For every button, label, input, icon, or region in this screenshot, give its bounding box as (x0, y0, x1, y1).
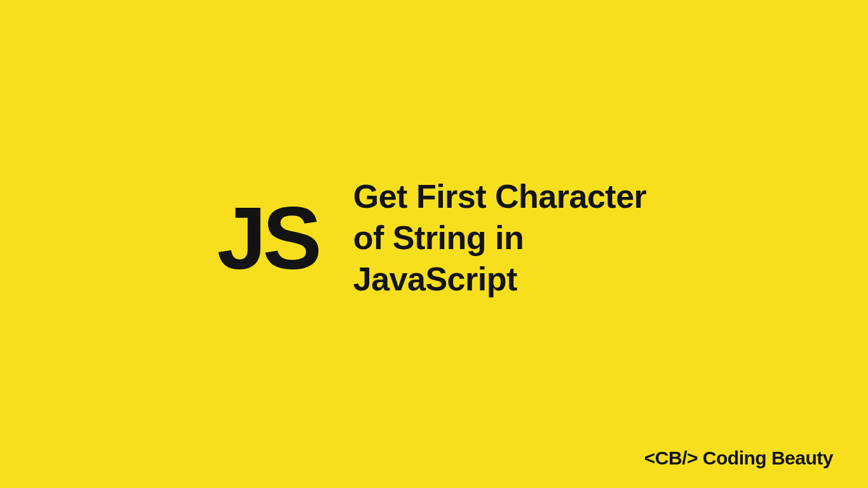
main-content: JS Get First Character of String in Java… (217, 176, 651, 300)
js-logo: JS (217, 193, 318, 282)
brand-signature: <CB/> Coding Beauty (644, 447, 833, 469)
article-title: Get First Character of String in JavaScr… (353, 176, 651, 300)
